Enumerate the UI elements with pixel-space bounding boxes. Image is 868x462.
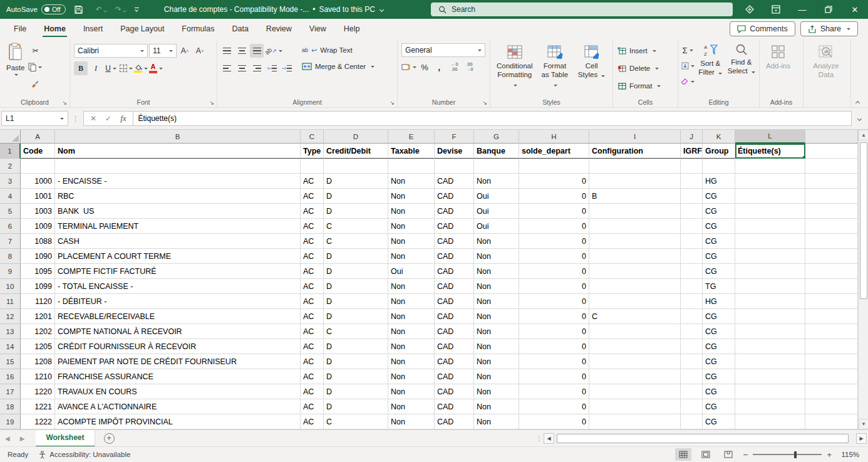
- orientation-button[interactable]: ab↗: [265, 44, 282, 58]
- cell-L11[interactable]: [735, 294, 805, 309]
- format-cells-button[interactable]: Format: [616, 79, 663, 93]
- cell-J16[interactable]: [681, 369, 703, 384]
- cell-E13[interactable]: Non: [388, 324, 435, 339]
- cell-D8[interactable]: D: [324, 249, 388, 264]
- cell-F14[interactable]: CAD: [435, 339, 474, 354]
- analyze-data-button[interactable]: Analyze Data: [806, 41, 846, 83]
- redo-button[interactable]: ↷: [115, 5, 126, 14]
- cell-D2[interactable]: [324, 159, 388, 174]
- cell-B4[interactable]: RBC: [55, 189, 301, 204]
- cell-E18[interactable]: Non: [388, 399, 435, 414]
- hscroll-splitter[interactable]: ⋮: [536, 435, 542, 442]
- cell-L13[interactable]: [735, 324, 805, 339]
- cell-filler-5[interactable]: [805, 204, 858, 219]
- cell-E19[interactable]: Non: [388, 414, 435, 429]
- cell-K1[interactable]: Group: [703, 144, 735, 159]
- vertical-scroll-thumb[interactable]: [860, 142, 867, 299]
- share-button[interactable]: Share: [800, 21, 858, 36]
- tab-page-layout[interactable]: Page Layout: [111, 19, 173, 39]
- coauthor-diamond-icon[interactable]: [736, 0, 763, 19]
- cell-C18[interactable]: AC: [301, 399, 324, 414]
- cell-H1[interactable]: solde_depart: [519, 144, 589, 159]
- comma-style-button[interactable]: ,: [433, 60, 447, 74]
- cell-G9[interactable]: Non: [474, 264, 519, 279]
- accounting-format-button[interactable]: [401, 60, 416, 74]
- column-header-G[interactable]: G: [474, 130, 519, 144]
- tab-insert[interactable]: Insert: [75, 19, 111, 39]
- cell-K12[interactable]: CG: [703, 309, 735, 324]
- cell-I7[interactable]: [589, 234, 681, 249]
- cell-D15[interactable]: D: [324, 354, 388, 369]
- sheet-nav-right-icon[interactable]: ▶: [15, 435, 30, 442]
- cell-H9[interactable]: 0: [519, 264, 589, 279]
- column-header-filler[interactable]: [805, 130, 858, 144]
- scroll-right-icon[interactable]: ▶: [856, 433, 867, 444]
- row-header-16[interactable]: 16: [0, 369, 21, 384]
- cell-G19[interactable]: Non: [474, 414, 519, 429]
- font-name-select[interactable]: Calibri: [74, 44, 148, 58]
- cell-F10[interactable]: CAD: [435, 279, 474, 294]
- cell-J3[interactable]: [681, 174, 703, 189]
- cell-A6[interactable]: 1009: [21, 219, 55, 234]
- cell-I3[interactable]: [589, 174, 681, 189]
- cell-C3[interactable]: AC: [301, 174, 324, 189]
- cell-L19[interactable]: [735, 414, 805, 429]
- cell-D17[interactable]: D: [324, 384, 388, 399]
- cell-D1[interactable]: Credit/Debit: [324, 144, 388, 159]
- cell-I9[interactable]: [589, 264, 681, 279]
- cell-D14[interactable]: D: [324, 339, 388, 354]
- cell-K10[interactable]: TG: [703, 279, 735, 294]
- cell-F2[interactable]: [435, 159, 474, 174]
- column-header-K[interactable]: K: [703, 130, 735, 144]
- cell-A12[interactable]: 1201: [21, 309, 55, 324]
- cell-B14[interactable]: CRÉDIT FOURNISSEUR À RECEVOIR: [55, 339, 301, 354]
- cell-F7[interactable]: CAD: [435, 234, 474, 249]
- delete-cells-button[interactable]: Delete: [616, 61, 663, 75]
- cell-F6[interactable]: CAD: [435, 219, 474, 234]
- tab-formulas[interactable]: Formulas: [173, 19, 223, 39]
- cell-filler-18[interactable]: [805, 399, 858, 414]
- cell-L4[interactable]: [735, 189, 805, 204]
- cell-F19[interactable]: CAD: [435, 414, 474, 429]
- cell-L12[interactable]: [735, 309, 805, 324]
- cell-I4[interactable]: B: [589, 189, 681, 204]
- cell-G18[interactable]: Non: [474, 399, 519, 414]
- center-button[interactable]: [235, 61, 249, 75]
- cell-B11[interactable]: - DÉBITEUR -: [55, 294, 301, 309]
- cell-H3[interactable]: 0: [519, 174, 589, 189]
- align-right-button[interactable]: [250, 61, 264, 75]
- cell-D4[interactable]: D: [324, 189, 388, 204]
- cell-D7[interactable]: C: [324, 234, 388, 249]
- sheet-tab-worksheet[interactable]: Worksheet: [36, 430, 95, 447]
- tab-data[interactable]: Data: [223, 19, 257, 39]
- cell-B17[interactable]: TRAVAUX EN COURS: [55, 384, 301, 399]
- formula-input[interactable]: Étiquette(s): [133, 111, 852, 126]
- cell-E1[interactable]: Taxable: [388, 144, 435, 159]
- cell-L2[interactable]: [735, 159, 805, 174]
- cell-G5[interactable]: Oui: [474, 204, 519, 219]
- cell-C8[interactable]: AC: [301, 249, 324, 264]
- cell-G7[interactable]: Non: [474, 234, 519, 249]
- cell-filler-9[interactable]: [805, 264, 858, 279]
- cell-B5[interactable]: BANK US: [55, 204, 301, 219]
- cell-I10[interactable]: [589, 279, 681, 294]
- cell-H2[interactable]: [519, 159, 589, 174]
- tab-home[interactable]: Home: [35, 19, 75, 39]
- cell-I15[interactable]: [589, 354, 681, 369]
- underline-button[interactable]: U: [104, 61, 118, 75]
- cell-E2[interactable]: [388, 159, 435, 174]
- horizontal-scrollbar[interactable]: [555, 433, 855, 444]
- middle-align-button[interactable]: [235, 44, 249, 58]
- percent-style-button[interactable]: %: [418, 60, 431, 74]
- cell-A9[interactable]: 1095: [21, 264, 55, 279]
- cell-B1[interactable]: Nom: [55, 144, 301, 159]
- restore-button[interactable]: [815, 0, 842, 19]
- cell-A18[interactable]: 1221: [21, 399, 55, 414]
- cell-E3[interactable]: Non: [388, 174, 435, 189]
- cell-K9[interactable]: CG: [703, 264, 735, 279]
- cell-J1[interactable]: IGRF: [681, 144, 703, 159]
- cell-K14[interactable]: CG: [703, 339, 735, 354]
- cell-F16[interactable]: CAD: [435, 369, 474, 384]
- cell-D13[interactable]: C: [324, 324, 388, 339]
- format-as-table-button[interactable]: Format as Table: [537, 41, 574, 92]
